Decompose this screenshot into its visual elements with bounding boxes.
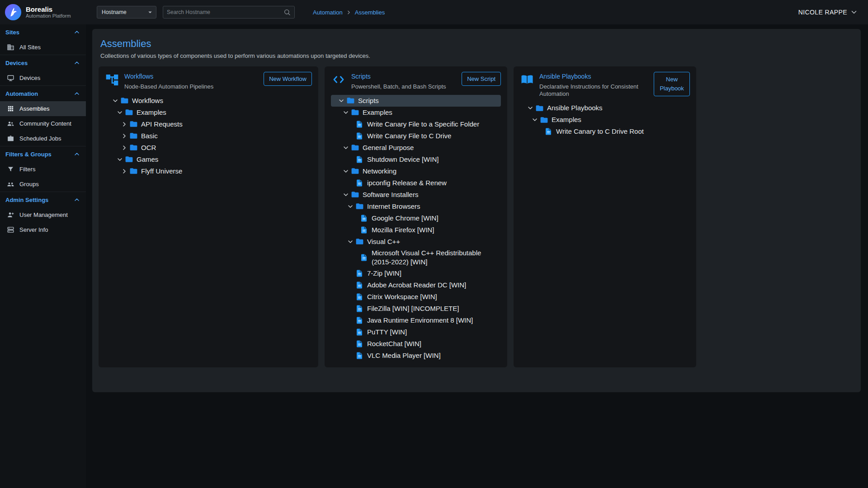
tree-file[interactable]: Mozilla Firefox [WIN] [331,224,501,236]
sidebar-section-header-sites[interactable]: Sites [0,24,86,40]
tree-folder[interactable]: API Requests [105,118,312,130]
new-workflow-button[interactable]: New Workflow [264,72,312,86]
sidebar-item-assemblies[interactable]: Assemblies [0,101,86,116]
breadcrumb-assemblies[interactable]: Assemblies [355,9,385,16]
tree-file[interactable]: 7-Zip [WIN] [331,267,501,279]
tree-file[interactable]: Shutdown Device [WIN] [331,154,501,165]
tree-item-label: Examples [137,107,166,118]
tree-file[interactable]: Adobe Acrobat Reader DC [WIN] [331,279,501,291]
sidebar-section-filters-groups: Filters & GroupsFiltersGroups [0,146,86,192]
sidebar-item-all-sites[interactable]: All Sites [0,40,86,55]
sidebar-item-label: Server Info [19,226,48,233]
sidebar-section-header-admin-settings[interactable]: Admin Settings [0,192,86,207]
tree-file[interactable]: Google Chrome [WIN] [331,212,501,224]
chevron-down-icon[interactable] [345,238,355,245]
tree-folder[interactable]: Visual C++ [331,236,501,248]
section-label: Sites [5,29,19,36]
folder-icon [124,108,133,117]
chevron-right-icon[interactable] [119,132,129,140]
chevron-right-icon[interactable] [119,168,129,175]
tree-item-label: Shutdown Device [WIN] [367,154,439,165]
tree-file[interactable]: RocketChat [WIN] [331,338,501,350]
chevron-down-icon[interactable] [341,109,350,116]
page-subtitle: Collections of various types of componen… [100,52,854,59]
assemblies-icon [7,105,14,113]
tree-file[interactable]: ipconfig Release & Renew [331,177,501,189]
sites-icon [7,43,14,51]
sidebar-section-header-filters-groups[interactable]: Filters & Groups [0,146,86,162]
tree-folder[interactable]: Networking [331,165,501,177]
tree-item-label: Write Canary File to C Drive [367,131,451,141]
top-header: Borealis Automation Platform Hostname Au… [0,0,868,24]
sidebar-section-header-automation[interactable]: Automation [0,86,86,101]
chevron-down-icon[interactable] [345,203,355,210]
tree-item-label: API Requests [141,119,183,130]
user-menu[interactable]: NICOLE RAPPE [798,8,868,16]
sidebar-section-header-devices[interactable]: Devices [0,55,86,70]
folder-icon [129,120,138,128]
borealis-logo [5,4,22,21]
folder-icon [355,237,364,246]
chevron-down-icon[interactable] [110,97,120,104]
chevron-down-icon[interactable] [341,191,350,198]
sidebar-item-filters[interactable]: Filters [0,162,86,177]
code-icon [331,73,346,86]
users-icon [7,211,14,219]
tree-item-label: Mozilla Firefox [WIN] [372,225,434,235]
tree-file[interactable]: PuTTY [WIN] [331,326,501,338]
chevron-down-icon[interactable] [530,116,539,123]
tree-file[interactable]: Java Runtime Environment 8 [WIN] [331,314,501,326]
chevron-down-icon[interactable] [341,144,350,151]
tree-file[interactable]: Write Canary File to C Drive [331,130,501,142]
sidebar-item-groups[interactable]: Groups [0,177,86,192]
tree-folder[interactable]: Workflows [105,95,312,107]
tree-folder[interactable]: General Purpose [331,142,501,154]
chevron-down-icon[interactable] [341,168,350,175]
new-playbook-button[interactable]: New Playbook [654,72,690,96]
tree-folder[interactable]: Flyff Universe [105,165,312,177]
hostname-select[interactable]: Hostname [97,6,156,19]
chevron-down-icon[interactable] [336,97,346,104]
chevron-down-icon[interactable] [115,109,124,116]
new-script-button[interactable]: New Script [462,72,501,86]
tree-file[interactable]: Write Canary to C Drive Root [520,126,690,137]
tree-folder[interactable]: Basic [105,130,312,142]
tree-folder[interactable]: Ansible Playbooks [520,102,690,114]
tree-folder[interactable]: Software Installers [331,189,501,201]
search-input[interactable] [167,9,283,15]
tree-file[interactable]: VLC Media Player [WIN] [331,350,501,361]
card-scripts: ScriptsPowershell, Batch, and Bash Scrip… [325,66,507,367]
file-icon [359,253,368,262]
tree-folder[interactable]: OCR [105,142,312,154]
file-icon [355,293,364,301]
tree-item-label: General Purpose [363,142,414,153]
sidebar-item-user-management[interactable]: User Management [0,207,86,222]
tree-file[interactable]: Write Canary File to a Specific Folder [331,118,501,130]
tree-folder[interactable]: Scripts [331,95,501,107]
breadcrumb-automation[interactable]: Automation [313,9,343,16]
tree-file[interactable]: Citrix Workspace [WIN] [331,291,501,303]
chevron-down-icon[interactable] [115,156,124,163]
file-icon [355,352,364,360]
tree-file[interactable]: FileZilla [WIN] [INCOMPLETE] [331,303,501,314]
chevron-right-icon[interactable] [119,144,129,151]
tree-folder[interactable]: Examples [331,107,501,118]
tree-item-label: Google Chrome [WIN] [372,213,439,224]
tree-folder[interactable]: Games [105,154,312,165]
tree-folder[interactable]: Examples [105,107,312,118]
sidebar-item-label: Assemblies [19,105,49,112]
tree-item-label: Scripts [358,95,379,106]
tree-file[interactable]: Microsoft Visual C++ Redistributable (20… [331,248,501,267]
sidebar-item-scheduled-jobs[interactable]: Scheduled Jobs [0,131,86,146]
sidebar-item-devices[interactable]: Devices [0,70,86,85]
sidebar-item-server-info[interactable]: Server Info [0,222,86,237]
tree-folder[interactable]: Examples [520,114,690,126]
file-icon [355,269,364,277]
folder-icon [120,96,129,105]
page-title: Assemblies [100,38,854,50]
chevron-right-icon[interactable] [119,121,129,128]
tree-folder[interactable]: Internet Browsers [331,201,501,212]
sidebar-item-community-content[interactable]: Community Content [0,116,86,131]
chevron-down-icon[interactable] [525,104,535,112]
server-icon [7,226,14,234]
